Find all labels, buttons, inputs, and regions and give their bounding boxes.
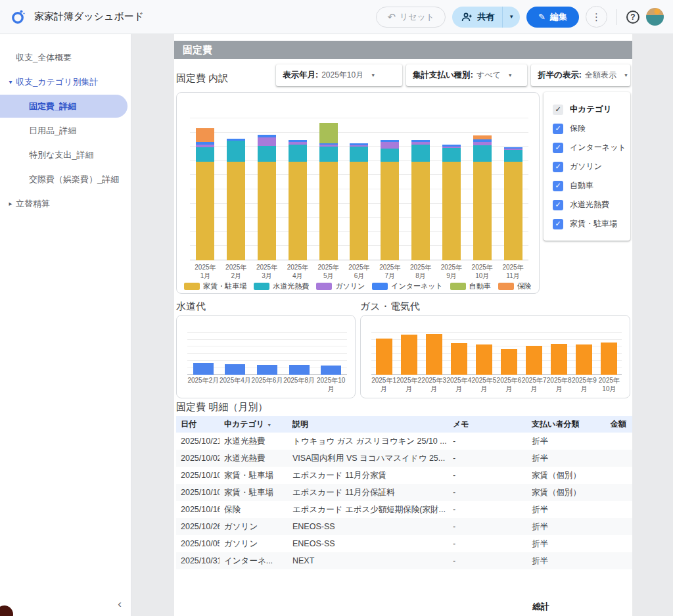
sidebar-item-6[interactable]: 交際費（娯楽費）_詳細: [0, 167, 131, 191]
category-filter-item-5[interactable]: ✓水道光熱費: [553, 195, 630, 214]
table-row[interactable]: 2025/10/02水道光熱費VISA国内利用 VS ヨコハマスイドウ 25..…: [176, 450, 632, 467]
sidebar-item-3[interactable]: 固定費_詳細: [0, 94, 131, 118]
table-row[interactable]: 2025/10/10家賃・駐車場エポスカード 11月分家賃-家賃（個別）: [176, 467, 632, 484]
bar-2025年6月[interactable]: [501, 349, 517, 375]
stacked-bar-2025年9月[interactable]: [442, 145, 461, 260]
sidebar-item-5[interactable]: 特別な支出_詳細: [0, 143, 131, 167]
table-row[interactable]: 2025/10/26ガソリンENEOS-SS-折半: [176, 518, 632, 535]
filter-label: 表示年月:: [283, 70, 318, 81]
x-axis-label: 2025年4月: [282, 264, 313, 280]
sidebar-item-4[interactable]: 日用品_詳細: [0, 118, 131, 143]
stacked-bar-chart-card[interactable]: 2025年1月2025年2月2025年3月2025年4月2025年5月2025年…: [176, 92, 540, 294]
bar-2025年2月[interactable]: [193, 363, 214, 375]
table-cell: ENEOS-SS: [288, 539, 448, 548]
bar-segment-家賃・駐車場: [381, 162, 399, 261]
filter-display-month[interactable]: 表示年月: 2025年10月 ▼: [276, 64, 402, 86]
x-axis-label: 2025年10月: [315, 377, 347, 393]
sidebar-item-2[interactable]: ▾収支_カテゴリ別集計: [0, 70, 131, 94]
table-cell: 家賃（個別）: [527, 487, 606, 498]
stacked-bar-2025年4月[interactable]: [289, 140, 307, 260]
stacked-bar-2025年10月[interactable]: [473, 135, 492, 260]
water-chart-card[interactable]: 2025年2月2025年4月2025年6月2025年8月2025年10月: [176, 315, 356, 398]
bar-2025年5月[interactable]: [476, 344, 492, 375]
legend-label: 家賃・駐車場: [203, 281, 246, 291]
table-cell: 家賃・駐車場: [220, 487, 288, 498]
bar-2025年7月[interactable]: [526, 346, 542, 375]
stacked-bar-2025年6月[interactable]: [350, 143, 368, 260]
filter-split-display[interactable]: 折半の表示: 全額表示 ▼: [531, 64, 630, 86]
sidebar-collapse-button[interactable]: ‹: [118, 598, 122, 611]
stacked-bar-2025年7月[interactable]: [381, 140, 399, 260]
bar-2025年4月[interactable]: [451, 343, 467, 375]
user-avatar[interactable]: [646, 8, 664, 26]
stacked-bar-2025年5月[interactable]: [319, 123, 338, 260]
stacked-bar-2025年11月[interactable]: [504, 147, 522, 260]
column-header-説明[interactable]: 説明: [288, 419, 448, 430]
table-total-label: 総計: [532, 601, 549, 613]
bar-2025年4月[interactable]: [225, 364, 245, 375]
sidebar-item-1[interactable]: 収支_全体概要: [0, 45, 131, 70]
checkbox-checked[interactable]: ✓: [553, 200, 563, 210]
x-axis-label: 2025年6月: [251, 377, 283, 393]
bar-2025年10月[interactable]: [321, 366, 341, 375]
checkbox-checked[interactable]: ✓: [553, 162, 563, 172]
column-header-メモ[interactable]: メモ: [448, 419, 527, 430]
stacked-bar-2025年8月[interactable]: [411, 140, 430, 260]
share-button-label: 共有: [477, 11, 494, 23]
edit-button-label: 編集: [550, 11, 567, 23]
bar-2025年8月[interactable]: [289, 365, 310, 375]
checkbox-checked[interactable]: ✓: [553, 219, 563, 229]
reset-button[interactable]: ↶ リセット: [376, 7, 446, 28]
bar-segment-家賃・駐車場: [319, 162, 338, 261]
category-filter-item-4[interactable]: ✓自動車: [553, 176, 630, 195]
bar-slot: [522, 322, 547, 375]
bar-2025年2月[interactable]: [401, 335, 417, 375]
table-row[interactable]: 2025/10/16保険エポスカード エポス少額短期保険(家財...-折半: [176, 501, 632, 518]
column-header-金額[interactable]: 金額: [606, 419, 632, 430]
checkbox-checked[interactable]: ✓: [553, 124, 563, 134]
bar-slot: [282, 112, 313, 260]
bar-slot: [597, 322, 622, 375]
category-filter-item-6[interactable]: ✓家賃・駐車場: [553, 214, 630, 233]
legend-swatch: [184, 283, 200, 290]
sidebar-item-7[interactable]: ▸立替精算: [0, 191, 131, 216]
more-options-button[interactable]: ⋮: [586, 6, 607, 28]
table-row[interactable]: 2025/10/31インターネ...NEXT-折半: [176, 552, 632, 569]
gas-chart-card[interactable]: 2025年1月2025年2月2025年3月2025年4月2025年5月2025年…: [360, 315, 630, 398]
bar-segment-家賃・駐車場: [442, 162, 461, 261]
bar-2025年6月[interactable]: [257, 365, 277, 375]
bar-2025年1月[interactable]: [376, 339, 392, 375]
table-row[interactable]: 2025/10/05ガソリンENEOS-SS-折半: [176, 535, 632, 552]
category-filter-item-1[interactable]: ✓保険: [553, 119, 630, 138]
share-dropdown-toggle[interactable]: ▼: [502, 7, 520, 28]
stacked-bar-2025年3月[interactable]: [258, 135, 276, 260]
bar-slot: [467, 112, 498, 260]
share-button[interactable]: 共有 ▼: [452, 7, 520, 28]
checkbox-checked[interactable]: ✓: [553, 181, 563, 191]
filter-payment-type[interactable]: 集計支払い種別: すべて ▼: [406, 64, 527, 86]
bar-2025年8月[interactable]: [551, 344, 567, 375]
edit-button[interactable]: ✎ 編集: [526, 7, 579, 28]
legend-item-保険: 保険: [498, 281, 532, 291]
table-row[interactable]: 2025/10/21水道光熱費トウキョウ ガス ガスリヨウキン 25/10 ..…: [176, 433, 632, 450]
column-header-支払い者分類[interactable]: 支払い者分類: [527, 419, 606, 430]
table-row[interactable]: 2025/10/10家賃・駐車場エポスカード 11月分保証料-家賃（個別）: [176, 484, 632, 501]
share-button-main[interactable]: 共有: [452, 7, 502, 28]
stacked-bar-2025年2月[interactable]: [227, 139, 245, 260]
header-checkbox[interactable]: ✓: [553, 105, 563, 115]
category-filter-item-2[interactable]: ✓インターネット: [553, 138, 630, 157]
category-filter-header[interactable]: ✓中カテゴリ: [553, 100, 630, 119]
table-cell: -: [448, 488, 527, 497]
bar-2025年10月[interactable]: [601, 343, 617, 375]
bar-segment-水道光熱費: [442, 148, 461, 161]
looker-studio-logo-icon[interactable]: [11, 9, 26, 25]
category-filter-item-3[interactable]: ✓ガソリン: [553, 157, 630, 176]
bar-2025年9月[interactable]: [576, 344, 592, 375]
stacked-bar-2025年1月[interactable]: [196, 128, 214, 260]
bar-2025年3月[interactable]: [426, 334, 442, 375]
column-header-中カテゴリ[interactable]: 中カテゴリ▼: [220, 419, 288, 430]
checkbox-checked[interactable]: ✓: [553, 143, 563, 153]
column-header-日付[interactable]: 日付: [176, 419, 220, 430]
help-button[interactable]: ?: [626, 11, 639, 24]
stacked-bars: [190, 112, 528, 260]
